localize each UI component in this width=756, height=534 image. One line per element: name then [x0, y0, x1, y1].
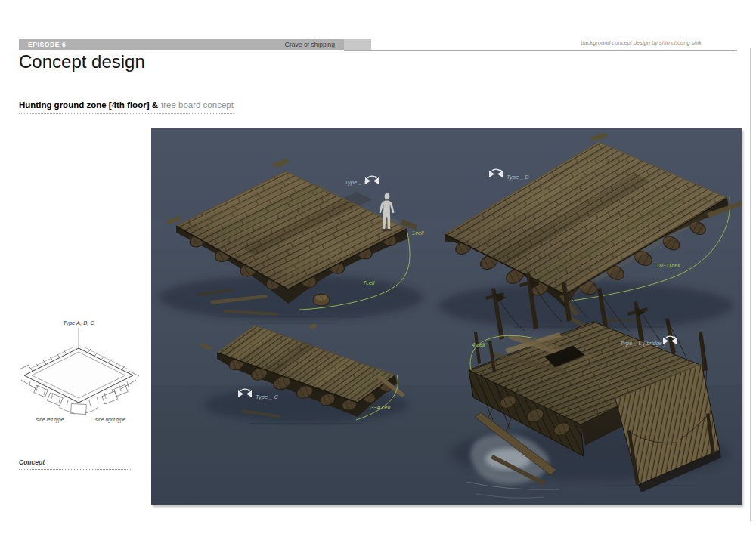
type-diagram-svg: Type A, B, C s — [14, 315, 144, 428]
subtitle-secondary: tree board concept — [161, 100, 234, 110]
cell-label-l: 4 cell — [472, 341, 485, 348]
cell-label-c: 3~4 cell — [370, 404, 390, 411]
cell-label-a1: 1cell — [412, 230, 424, 236]
diagram-left-label: side left type — [36, 417, 64, 423]
type-a-label: Type _ A — [345, 179, 367, 186]
type-b-label: Type _ B — [507, 174, 528, 181]
section-label: Grave of shipping — [284, 41, 335, 48]
floating-barrel — [313, 294, 330, 306]
credit-text: background concept design by shin choung… — [429, 39, 702, 46]
cell-label-a7: 7cell — [363, 279, 375, 286]
episode-label: EPISODE 6 — [28, 41, 66, 48]
subtitle-primary: Hunting ground zone [4th floor] & — [19, 100, 158, 110]
type-c-label: Type _ C — [256, 394, 278, 400]
diagram-right-label: side right type — [95, 417, 126, 423]
type-l-label: Type _ L ( bridge ) — [620, 340, 666, 347]
page-title: Concept design — [19, 51, 145, 73]
concept-footer-text: Concept — [19, 458, 45, 466]
diagram-title: Type A, B, C — [63, 319, 94, 326]
concept-artboard: 1cell 7cell Type _ A — [151, 128, 742, 505]
subtitle: Hunting ground zone [4th floor] &tree bo… — [19, 97, 234, 114]
header-rule — [344, 50, 737, 51]
page-edge-line — [750, 48, 751, 521]
concept-footer-label: Concept — [19, 458, 131, 470]
page: EPISODE 6 Grave of shipping background c… — [0, 0, 756, 534]
concept-art-canvas: 1cell 7cell Type _ A — [151, 128, 742, 505]
header-bar: EPISODE 6 Grave of shipping — [19, 39, 344, 50]
type-diagram: Type A, B, C s — [14, 315, 144, 428]
cell-label-b: 10~11cell — [656, 262, 680, 269]
platform-outline — [24, 348, 133, 403]
